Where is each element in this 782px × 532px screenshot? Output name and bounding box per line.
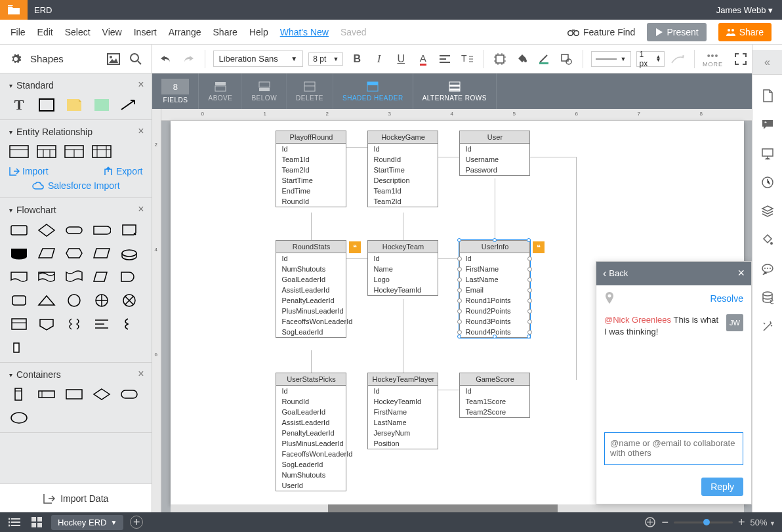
close-icon[interactable]: × bbox=[138, 368, 144, 380]
erd-below-button[interactable]: BELOW bbox=[242, 73, 287, 109]
shape-crop-button[interactable] bbox=[492, 51, 509, 68]
menu-arrange[interactable]: Arrange bbox=[169, 27, 201, 37]
entity-header[interactable]: PlayoffRound bbox=[276, 131, 346, 144]
entity-field[interactable]: GoalLeaderId bbox=[276, 407, 346, 417]
flowchart-shape-9[interactable] bbox=[119, 245, 139, 261]
container-shape-5[interactable] bbox=[9, 410, 29, 426]
entity-field[interactable]: HockeyTeamId bbox=[368, 285, 438, 295]
entity-roundstats[interactable]: RoundStatsIdNumShutoutsGoalLeaderIdAssis… bbox=[276, 240, 346, 338]
entity-field[interactable]: NumShutouts bbox=[276, 264, 346, 274]
entity-field[interactable]: Id bbox=[276, 144, 346, 154]
entity-field[interactable]: Team1Score bbox=[460, 396, 529, 407]
flowchart-shape-5[interactable] bbox=[9, 245, 29, 261]
block-shape[interactable] bbox=[92, 97, 112, 113]
entity-field[interactable]: Email bbox=[460, 285, 529, 295]
search-icon[interactable] bbox=[128, 51, 144, 67]
er-shape-2[interactable] bbox=[37, 144, 56, 159]
close-icon[interactable]: × bbox=[138, 203, 144, 215]
menu-select[interactable]: Select bbox=[65, 27, 91, 37]
zoom-in-button[interactable]: + bbox=[738, 516, 745, 529]
comment-icon[interactable]: ❝ bbox=[760, 117, 775, 133]
flowchart-shape-24[interactable] bbox=[119, 316, 139, 332]
comment-back-button[interactable]: ‹Back bbox=[603, 268, 628, 279]
feature-find[interactable]: Feature Find bbox=[567, 27, 635, 37]
entity-field[interactable]: Id bbox=[276, 253, 346, 264]
menu-share[interactable]: Share bbox=[213, 27, 237, 37]
zoom-level[interactable]: 50% ▼ bbox=[750, 518, 775, 527]
entity-field[interactable]: FirstName bbox=[460, 264, 529, 274]
entity-field[interactable]: Id bbox=[276, 386, 346, 396]
entity-field[interactable]: Password bbox=[460, 165, 529, 175]
section-standard-header[interactable]: ▾Standard bbox=[9, 80, 142, 91]
paint-icon[interactable] bbox=[760, 232, 775, 248]
menu-edit[interactable]: Edit bbox=[37, 27, 53, 37]
entity-userstatspicks[interactable]: UserStatsPicksIdRoundIdGoalLeaderIdAssis… bbox=[276, 373, 346, 491]
entity-field[interactable]: Round2Points bbox=[460, 306, 529, 316]
location-icon[interactable] bbox=[604, 292, 615, 305]
entity-header[interactable]: HockeyGame bbox=[368, 131, 438, 144]
flowchart-shape-23[interactable] bbox=[92, 316, 112, 332]
entity-header[interactable]: HockeyTeam bbox=[368, 241, 438, 253]
entity-field[interactable]: Id bbox=[368, 253, 438, 264]
magic-icon[interactable] bbox=[760, 319, 775, 335]
flowchart-shape-21[interactable] bbox=[37, 316, 56, 332]
align-button[interactable] bbox=[437, 51, 454, 68]
entity-field[interactable]: Username bbox=[460, 154, 529, 165]
text-options-button[interactable]: T bbox=[459, 51, 476, 68]
entity-field[interactable]: Round1Points bbox=[460, 295, 529, 306]
comment-badge[interactable]: ❝ bbox=[349, 241, 361, 253]
entity-field[interactable]: EndTime bbox=[276, 186, 346, 196]
flowchart-shape-14[interactable] bbox=[119, 269, 139, 285]
line-width-input[interactable]: 1 px ▲▼ bbox=[636, 51, 665, 67]
shape-options-button[interactable] bbox=[558, 51, 575, 68]
entity-hockeygame[interactable]: HockeyGameIdRoundIdStartTimeDescriptionT… bbox=[367, 131, 438, 207]
entity-field[interactable]: Id bbox=[368, 386, 438, 396]
flowchart-shape-16[interactable] bbox=[37, 293, 56, 308]
entity-field[interactable]: PlusMinusLeaderId bbox=[276, 438, 346, 449]
erd-fields-group[interactable]: FIELDS bbox=[152, 73, 199, 109]
erd-above-button[interactable]: ABOVE bbox=[199, 73, 242, 109]
flowchart-shape-20[interactable] bbox=[9, 316, 29, 332]
horizontal-scrollbar[interactable] bbox=[171, 504, 744, 512]
erd-shaded-header-button[interactable]: SHADED HEADER bbox=[333, 73, 413, 109]
entity-header[interactable]: UserStatsPicks bbox=[276, 373, 346, 386]
entity-gamescore[interactable]: GameScoreIdTeam1ScoreTeam2Score bbox=[459, 373, 530, 418]
entity-field[interactable]: StartTime bbox=[276, 175, 346, 186]
erd-delete-button[interactable]: × DELETE bbox=[287, 73, 333, 109]
present-button[interactable]: Present bbox=[647, 23, 706, 41]
text-color-button[interactable]: A bbox=[415, 51, 432, 68]
entity-field[interactable]: JerseyNum bbox=[368, 428, 438, 438]
container-shape-2[interactable] bbox=[64, 386, 84, 402]
entity-field[interactable]: NumShutouts bbox=[276, 470, 346, 480]
comment-close-button[interactable]: × bbox=[737, 266, 745, 280]
zoom-out-button[interactable]: − bbox=[661, 516, 669, 529]
image-icon[interactable] bbox=[106, 51, 121, 67]
entity-field[interactable]: Id bbox=[460, 253, 529, 264]
comment-badge[interactable]: ❝ bbox=[533, 241, 545, 253]
salesforce-import-link[interactable]: Salesforce Import bbox=[9, 180, 142, 191]
entity-hockeyteamplayer[interactable]: HockeyTeamPlayerIdHockeyTeamIdFirstNameL… bbox=[367, 373, 438, 449]
flowchart-shape-3[interactable] bbox=[92, 222, 112, 237]
entity-field[interactable]: HockeyTeamId bbox=[368, 396, 438, 407]
grid-view-icon[interactable] bbox=[29, 514, 45, 530]
add-page-button[interactable]: + bbox=[130, 516, 143, 529]
entity-field[interactable]: Name bbox=[368, 264, 438, 274]
entity-field[interactable]: RoundId bbox=[368, 154, 438, 165]
entity-field[interactable]: Logo bbox=[368, 274, 438, 285]
list-view-icon[interactable] bbox=[7, 514, 22, 530]
resolve-button[interactable]: Resolve bbox=[710, 293, 743, 304]
flowchart-shape-1[interactable] bbox=[37, 222, 56, 237]
rail-collapse-button[interactable]: « bbox=[752, 50, 783, 75]
entity-field[interactable]: FaceoffsWonLeaderId bbox=[276, 316, 346, 327]
section-entity-header[interactable]: ▾Entity Relationship bbox=[9, 127, 142, 137]
entity-hockeyteam[interactable]: HockeyTeamIdNameLogoHockeyTeamId bbox=[367, 240, 438, 296]
entity-field[interactable]: Team1Id bbox=[276, 154, 346, 165]
flowchart-shape-19[interactable] bbox=[119, 293, 139, 308]
flowchart-shape-4[interactable] bbox=[119, 222, 139, 237]
flowchart-shape-13[interactable] bbox=[92, 269, 112, 285]
layers-icon[interactable] bbox=[760, 203, 775, 219]
flowchart-shape-18[interactable] bbox=[92, 293, 112, 308]
zoom-slider[interactable] bbox=[674, 522, 733, 523]
entity-playoffround[interactable]: PlayoffRoundIdTeam1IdTeam2IdStartTimeEnd… bbox=[276, 131, 346, 207]
document-icon[interactable] bbox=[760, 88, 775, 104]
